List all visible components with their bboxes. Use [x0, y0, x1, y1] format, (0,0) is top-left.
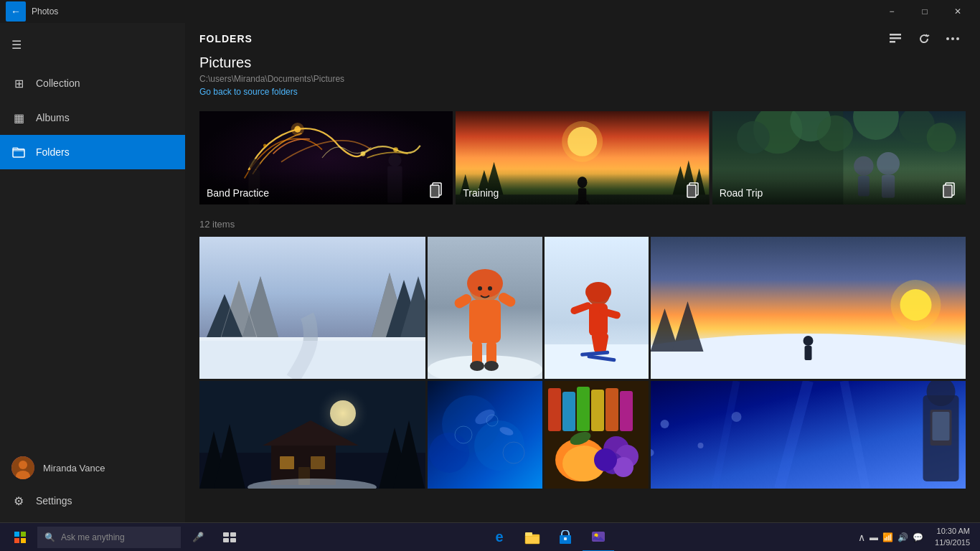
- folder-grid: Band Practice: [199, 111, 966, 204]
- svg-rect-5: [890, 37, 901, 39]
- search-bar[interactable]: 🔍 Ask me anything: [37, 527, 181, 548]
- taskbar-photos[interactable]: [583, 523, 614, 552]
- photo-item-3[interactable]: [545, 237, 649, 379]
- sidebar-item-collection[interactable]: ⊞ Collection: [0, 66, 185, 100]
- svg-rect-111: [280, 456, 294, 469]
- svg-point-43: [817, 116, 853, 151]
- svg-rect-70: [469, 300, 501, 343]
- svg-point-147: [732, 412, 742, 422]
- folder-name-road-trip: Road Trip: [720, 187, 763, 199]
- content-body: Pictures C:\users\Miranda\Documents\Pict…: [185, 55, 980, 522]
- svg-rect-130: [620, 391, 633, 431]
- folder-card-road-trip[interactable]: Road Trip: [712, 111, 966, 204]
- user-profile[interactable]: Miranda Vance: [0, 451, 185, 485]
- system-clock[interactable]: 10:30 AM 11/9/2015: [930, 526, 974, 548]
- sidebar-item-label-albums: Albums: [36, 112, 70, 123]
- close-button[interactable]: ✕: [941, 0, 974, 23]
- svg-point-75: [470, 361, 484, 371]
- svg-rect-155: [230, 538, 236, 542]
- content-area: FOLDERS: [185, 23, 980, 522]
- svg-rect-151: [21, 538, 26, 543]
- svg-rect-65: [199, 341, 425, 379]
- taskbar-store[interactable]: [550, 523, 581, 552]
- svg-point-69: [467, 269, 503, 298]
- message-icon[interactable]: 💬: [913, 532, 923, 542]
- tray-expand-icon[interactable]: ∧: [858, 532, 865, 543]
- photo-item-6[interactable]: [428, 381, 542, 489]
- svg-point-14: [393, 147, 398, 152]
- wifi-icon[interactable]: 📶: [882, 532, 893, 542]
- clock-date: 11/9/2015: [935, 537, 970, 548]
- albums-icon: ▦: [11, 110, 26, 125]
- svg-point-46: [926, 123, 956, 152]
- svg-point-9: [956, 37, 959, 40]
- svg-point-7: [946, 37, 949, 40]
- taskbar-apps: e: [484, 523, 614, 552]
- app-title: Photos: [32, 6, 58, 17]
- maximize-icon: □: [922, 6, 927, 17]
- svg-rect-6: [890, 41, 895, 43]
- svg-point-15: [263, 144, 267, 148]
- view-toggle-button[interactable]: [882, 26, 908, 52]
- maximize-button[interactable]: □: [908, 0, 941, 23]
- svg-point-137: [594, 448, 617, 471]
- svg-rect-150: [14, 538, 19, 543]
- taskbar-edge[interactable]: e: [484, 523, 515, 552]
- minimize-button[interactable]: −: [875, 0, 908, 23]
- svg-point-17: [388, 154, 401, 166]
- folder-card-band-practice[interactable]: Band Practice: [199, 111, 453, 204]
- settings-item[interactable]: ⚙ Settings: [0, 485, 185, 517]
- back-button[interactable]: ←: [6, 1, 26, 22]
- svg-point-92: [891, 280, 941, 330]
- svg-rect-21: [430, 185, 439, 197]
- pictures-section: Pictures C:\users\Miranda\Documents\Pict…: [199, 55, 966, 97]
- hamburger-button[interactable]: ☰: [0, 29, 185, 60]
- svg-point-77: [478, 286, 482, 291]
- start-button[interactable]: [6, 523, 34, 552]
- settings-icon: ⚙: [11, 494, 26, 508]
- settings-label: Settings: [36, 495, 72, 507]
- svg-point-144: [661, 420, 669, 428]
- cortana-button[interactable]: 🎤: [184, 523, 212, 552]
- photo-item-7[interactable]: [545, 381, 649, 489]
- items-count: 12 items: [199, 219, 966, 230]
- more-options-button[interactable]: [940, 26, 966, 52]
- folder-card-training[interactable]: Training: [456, 111, 709, 204]
- svg-point-118: [429, 433, 469, 473]
- search-icon: 🔍: [44, 532, 55, 542]
- svg-rect-152: [223, 532, 229, 537]
- avatar: [11, 456, 34, 479]
- folder-card-icon-road-trip: [941, 182, 958, 199]
- taskbar-explorer[interactable]: [517, 523, 548, 552]
- svg-rect-112: [311, 456, 325, 469]
- system-tray: ∧ ▬ 📶 🔊 💬: [854, 532, 928, 543]
- photo-item-8[interactable]: [651, 381, 966, 489]
- photo-item-2[interactable]: [428, 237, 542, 379]
- source-folders-link[interactable]: Go back to source folders: [199, 87, 966, 97]
- svg-rect-149: [21, 532, 26, 537]
- content-title: FOLDERS: [199, 33, 253, 44]
- photo-item-4[interactable]: [651, 237, 966, 379]
- folders-icon: [11, 145, 26, 159]
- refresh-button[interactable]: [911, 26, 937, 52]
- svg-rect-52: [943, 185, 952, 197]
- battery-icon[interactable]: ▬: [870, 532, 878, 542]
- sidebar-item-albums[interactable]: ▦ Albums: [0, 100, 185, 135]
- minimize-icon: −: [889, 6, 894, 17]
- taskbar: 🔍 Ask me anything 🎤 e: [0, 522, 980, 551]
- folder-card-overlay-training: Training: [456, 169, 709, 204]
- svg-rect-100: [805, 346, 812, 360]
- folder-card-icon-band-practice: [428, 182, 446, 199]
- svg-point-12: [291, 123, 304, 136]
- svg-rect-153: [230, 532, 236, 537]
- photo-item-1[interactable]: [199, 237, 425, 379]
- volume-icon[interactable]: 🔊: [897, 532, 908, 542]
- sidebar-bottom: Miranda Vance ⚙ Settings: [0, 445, 185, 522]
- hamburger-icon: ☰: [11, 38, 22, 52]
- search-placeholder: Ask me anything: [61, 532, 125, 542]
- photo-item-5[interactable]: [199, 381, 425, 489]
- folder-name-band-practice: Band Practice: [207, 187, 269, 199]
- svg-rect-143: [933, 412, 950, 441]
- sidebar-item-folders[interactable]: Folders: [0, 135, 185, 169]
- task-view-button[interactable]: [215, 523, 244, 552]
